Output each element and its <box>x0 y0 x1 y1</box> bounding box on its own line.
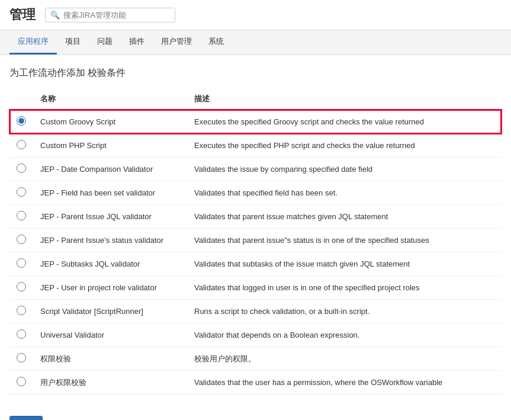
nav-item-系统[interactable]: 系统 <box>200 30 232 54</box>
radio-cell <box>9 371 33 395</box>
name-cell: JEP - Parent Issue JQL validator <box>33 205 187 229</box>
radio-input-jep-parent-status[interactable] <box>17 235 26 244</box>
table-row[interactable]: Custom Groovy ScriptExecutes the specifi… <box>9 110 502 134</box>
add-button[interactable]: 增加 <box>9 416 43 420</box>
radio-input-universal-validator[interactable] <box>17 329 26 339</box>
radio-input-jep-subtasks[interactable] <box>17 258 26 268</box>
table-row[interactable]: JEP - Parent Issue's status validatorVal… <box>9 229 502 252</box>
radio-cell <box>9 252 33 276</box>
table-body: Custom Groovy ScriptExecutes the specifi… <box>9 110 502 395</box>
desc-cell: Validates that specified field has been … <box>187 181 502 205</box>
desc-cell: Validator that depends on a Boolean expr… <box>187 323 502 347</box>
radio-cell <box>9 300 33 323</box>
nav-item-问题[interactable]: 问题 <box>89 30 121 54</box>
footer: 增加 取消 <box>0 406 511 420</box>
name-cell: Script Validator [ScriptRunner] <box>33 300 187 323</box>
radio-cell <box>9 347 33 371</box>
page-title: 为工作流动作添加 校验条件 <box>9 67 502 79</box>
table-row[interactable]: Universal ValidatorValidator that depend… <box>9 323 502 347</box>
table-row[interactable]: Script Validator [ScriptRunner]Runs a sc… <box>9 300 502 323</box>
desc-cell: Validates the issue by comparing specifi… <box>187 158 502 181</box>
validator-table: 名称 描述 Custom Groovy ScriptExecutes the s… <box>9 89 502 395</box>
radio-input-custom-groovy[interactable] <box>17 116 26 126</box>
name-cell: JEP - Parent Issue's status validator <box>33 229 187 252</box>
name-cell: Universal Validator <box>33 323 187 347</box>
desc-cell: Validates that parent issue"s status is … <box>187 229 502 252</box>
search-icon: 🔍 <box>50 11 60 20</box>
content: 为工作流动作添加 校验条件 名称 描述 Custom Groovy Script… <box>0 55 511 406</box>
radio-input-custom-php[interactable] <box>17 140 26 149</box>
name-cell: Custom Groovy Script <box>33 110 187 134</box>
table-row[interactable]: 权限校验校验用户的权限。 <box>9 347 502 371</box>
radio-cell <box>9 276 33 300</box>
search-box[interactable]: 🔍 <box>45 8 175 23</box>
desc-cell: Executes the specified Groovy script and… <box>187 110 502 134</box>
cancel-button[interactable]: 取消 <box>47 416 81 420</box>
radio-input-jep-parent-jql[interactable] <box>17 211 26 220</box>
name-cell: 用户权限校验 <box>33 371 187 395</box>
radio-cell <box>9 323 33 347</box>
radio-input-jep-user-role[interactable] <box>17 282 26 291</box>
table-row[interactable]: JEP - Subtasks JQL validatorValidates th… <box>9 252 502 276</box>
radio-input-jep-field[interactable] <box>17 187 26 197</box>
table-row[interactable]: JEP - User in project role validatorVali… <box>9 276 502 300</box>
name-cell: Custom PHP Script <box>33 134 187 158</box>
desc-cell: Validates that subtasks of the issue mat… <box>187 252 502 276</box>
radio-input-permission-check[interactable] <box>17 353 26 363</box>
desc-cell: 校验用户的权限。 <box>187 347 502 371</box>
name-cell: JEP - Subtasks JQL validator <box>33 252 187 276</box>
nav-item-项目[interactable]: 项目 <box>57 30 89 54</box>
nav-item-插件[interactable]: 插件 <box>121 30 153 54</box>
name-cell: JEP - Field has been set validator <box>33 181 187 205</box>
desc-cell: Validates that logged in user is in one … <box>187 276 502 300</box>
desc-cell: Runs a script to check validation, or a … <box>187 300 502 323</box>
radio-cell <box>9 110 33 134</box>
nav-item-应用程序[interactable]: 应用程序 <box>9 30 57 54</box>
radio-input-user-permission[interactable] <box>17 377 26 386</box>
desc-cell: Executes the specified PHP script and ch… <box>187 134 502 158</box>
col-desc-header: 描述 <box>187 89 502 110</box>
col-name-header: 名称 <box>33 89 187 110</box>
table-row[interactable]: JEP - Parent Issue JQL validatorValidate… <box>9 205 502 229</box>
table-row[interactable]: 用户权限校验Validates that the user has a perm… <box>9 371 502 395</box>
table-row[interactable]: Custom PHP ScriptExecutes the specified … <box>9 134 502 158</box>
name-cell: JEP - User in project role validator <box>33 276 187 300</box>
name-cell: JEP - Date Comparison Validator <box>33 158 187 181</box>
table-header-row: 名称 描述 <box>9 89 502 110</box>
radio-cell <box>9 205 33 229</box>
radio-input-script-validator[interactable] <box>17 306 26 315</box>
table-row[interactable]: JEP - Date Comparison ValidatorValidates… <box>9 158 502 181</box>
nav-item-用户管理[interactable]: 用户管理 <box>153 30 200 54</box>
radio-input-jep-date[interactable] <box>17 163 26 173</box>
page-header-title: 管理 <box>9 6 36 24</box>
desc-cell: Validates that the user has a permission… <box>187 371 502 395</box>
desc-cell: Validates that parent issue matches give… <box>187 205 502 229</box>
col-radio <box>9 89 33 110</box>
radio-cell <box>9 158 33 181</box>
search-input[interactable] <box>63 11 170 20</box>
nav-bar: 应用程序项目问题插件用户管理系统 <box>0 30 511 55</box>
name-cell: 权限校验 <box>33 347 187 371</box>
radio-cell <box>9 134 33 158</box>
radio-cell <box>9 229 33 252</box>
table-row[interactable]: JEP - Field has been set validatorValida… <box>9 181 502 205</box>
header: 管理 🔍 <box>0 0 511 30</box>
radio-cell <box>9 181 33 205</box>
